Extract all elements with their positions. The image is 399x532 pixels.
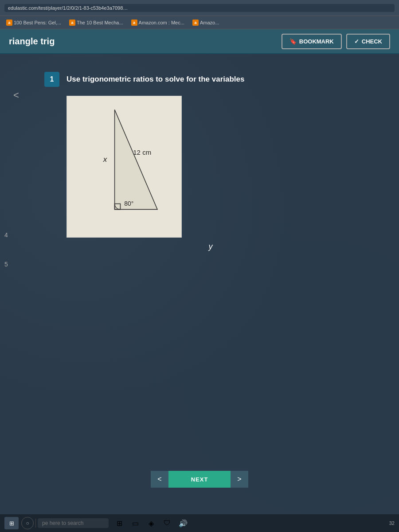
check-label: CHECK [362,38,382,45]
taskbar-search-input[interactable] [38,518,109,528]
question-text: Use trigonometric ratios to solve for th… [66,72,245,85]
bookmark-favicon-3: a [192,20,199,26]
taskbar-speaker-icon: 🔊 [179,519,188,528]
next-arrow-icon: > [237,475,241,483]
prev-arrow-icon: < [157,475,161,483]
url-text: edulastic.com/test/player/1/2/0/2/1-83-c… [8,5,128,11]
question-number: 1 [44,72,59,87]
app-header: riangle trig 🔖 BOOKMARK ✓ CHECK [0,29,399,54]
bookmark-label-3: Amazo... [200,20,219,25]
taskbar-time: 32 [389,520,395,526]
side-num-5: 5 [4,261,8,268]
taskbar-separator [35,519,36,528]
url-bar[interactable]: edulastic.com/test/player/1/2/0/2/1-83-c… [4,4,395,12]
taskbar-shield-icon: 🛡 [164,519,171,527]
bookmark-item-3[interactable]: a Amazo... [190,19,222,27]
bookmark-icon: 🔖 [289,38,297,45]
y-variable-label: y [66,242,355,251]
side-label: 12 cm [133,149,151,156]
bookmarks-bar: a 100 Best Pens: Gel,... a The 10 Best M… [0,16,399,29]
y-text: y [209,242,213,251]
taskbar-icon-3[interactable]: ◈ [145,517,157,529]
taskbar-icon-5[interactable]: 🔊 [177,517,189,529]
taskbar-icon-2[interactable]: ▭ [129,517,141,529]
bookmark-label-0: 100 Best Pens: Gel,... [14,20,61,25]
bookmark-item-2[interactable]: a Amazon.com : Mec... [129,19,187,27]
bookmark-label-1: The 10 Best Mecha... [77,20,123,25]
check-button[interactable]: ✓ CHECK [346,34,390,49]
bookmark-favicon-2: a [131,20,137,26]
browser-bar: edulastic.com/test/player/1/2/0/2/1-83-c… [0,0,399,16]
bookmark-item-0[interactable]: a 100 Best Pens: Gel,... [4,19,64,27]
taskbar-grid-icon: ⊞ [117,519,122,528]
bookmark-favicon-0: a [6,20,12,26]
windows-icon: ⊞ [9,520,14,527]
triangle-diagram: x 12 cm 80° [66,96,182,238]
taskbar-right: 32 [389,520,395,526]
taskbar-window-icon: ▭ [132,519,139,528]
bookmark-label: BOOKMARK [299,38,334,45]
circle-icon: ○ [26,520,29,526]
taskbar-icon-1[interactable]: ⊞ [113,517,125,529]
main-content: < 4 5 1 Use trigonometric ratios to solv… [0,54,399,514]
windows-start-button[interactable]: ⊞ [4,517,19,529]
triangle-svg: x 12 cm 80° [71,100,177,233]
taskbar-icon-4[interactable]: 🛡 [161,517,173,529]
x-label: x [103,155,108,164]
back-arrow-icon[interactable]: < [13,90,19,101]
taskbar-icons: ⊞ ▭ ◈ 🛡 🔊 [113,517,189,529]
question-container: 1 Use trigonometric ratios to solve for … [44,72,355,251]
prev-button[interactable]: < [151,471,168,488]
page-title: riangle trig [9,36,55,47]
svg-marker-0 [115,110,157,209]
bookmark-favicon-1: a [69,20,75,26]
next-button[interactable]: NEXT [168,471,231,488]
taskbar-app-icon: ◈ [149,519,154,528]
taskbar: ⊞ ○ ⊞ ▭ ◈ 🛡 🔊 32 [0,514,399,532]
check-icon: ✓ [354,38,359,45]
side-numbers: 4 5 [4,231,8,268]
nav-buttons: < NEXT > [151,471,248,488]
bookmark-button[interactable]: 🔖 BOOKMARK [282,34,342,49]
angle-label: 80° [124,200,133,207]
back-arrow-container: < [13,90,19,101]
next-arrow-button[interactable]: > [231,471,248,488]
bookmark-label-2: Amazon.com : Mec... [139,20,184,25]
search-circle-button[interactable]: ○ [21,517,34,529]
next-label: NEXT [191,476,208,483]
header-buttons: 🔖 BOOKMARK ✓ CHECK [282,34,390,49]
bookmark-item-1[interactable]: a The 10 Best Mecha... [66,19,126,27]
question-row: 1 Use trigonometric ratios to solve for … [44,72,355,87]
side-num-4: 4 [4,231,8,239]
